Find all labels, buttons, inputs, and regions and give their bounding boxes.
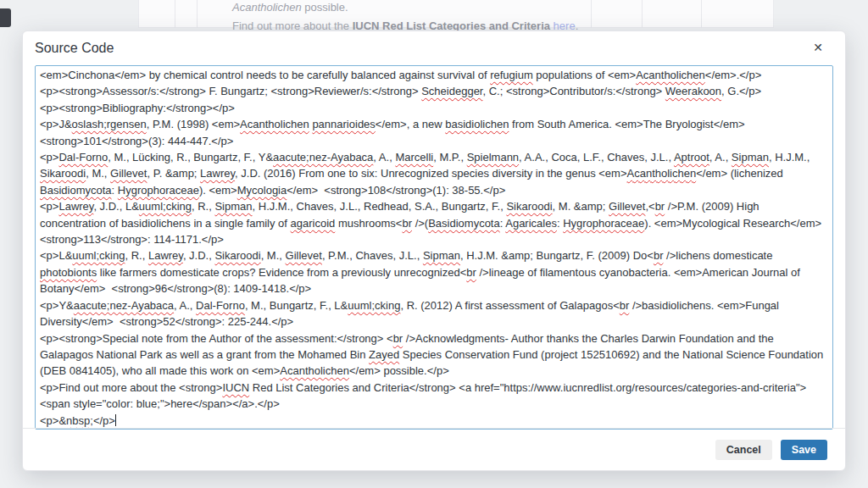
close-icon[interactable]: ✕ — [813, 42, 823, 53]
cancel-button[interactable]: Cancel — [715, 440, 772, 460]
table-column-divider — [175, 0, 175, 28]
source-code-dialog: Source Code ✕ <em>Cinchona</em> by chemi… — [22, 30, 846, 471]
table-column-divider — [701, 0, 702, 28]
table-column-divider — [197, 0, 198, 28]
screen: Acantholichen possible. Find out more ab… — [0, 0, 868, 488]
background-text: possible. — [302, 1, 348, 14]
species-name-italic: Acantholichen — [232, 1, 302, 14]
background-reference-text: Acantholichen possible. — [232, 1, 348, 14]
table-column-divider — [591, 0, 592, 28]
text-caret — [115, 414, 116, 426]
dialog-footer: Cancel Save — [23, 428, 845, 470]
dialog-title: Source Code — [35, 41, 114, 56]
table-column-divider — [642, 0, 643, 28]
save-button[interactable]: Save — [781, 440, 827, 460]
source-editor[interactable]: <em>Cinchona</em> by chemical control ne… — [35, 65, 833, 430]
page-edge-fragment — [0, 8, 11, 27]
